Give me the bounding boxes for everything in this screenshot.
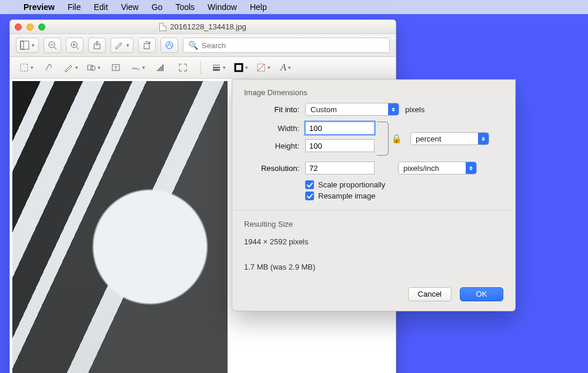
width-input[interactable]	[305, 122, 375, 135]
macos-menubar: Preview File Edit View Go Tools Window H…	[0, 0, 588, 14]
svg-text:T: T	[114, 65, 118, 71]
search-input[interactable]	[202, 41, 385, 50]
resolution-unit-value: pixels/inch	[403, 164, 439, 173]
resulting-size-label: Resulting Size	[244, 219, 503, 230]
svg-marker-18	[65, 65, 72, 72]
svg-rect-24	[159, 68, 160, 71]
resolution-unit-select[interactable]: pixels/inch	[398, 162, 477, 174]
chevron-down-icon: ▾	[223, 65, 226, 70]
menu-go[interactable]: Go	[152, 2, 163, 12]
svg-rect-1	[21, 41, 24, 49]
zoom-in-button[interactable]	[66, 38, 83, 53]
select-stepper-icon	[466, 162, 476, 174]
chevron-down-icon: ▾	[142, 65, 145, 70]
width-label: Width:	[244, 124, 299, 133]
adjust-size-button[interactable]	[172, 59, 193, 76]
menu-tools[interactable]: Tools	[175, 2, 195, 12]
shapes-button[interactable]: ▾	[83, 59, 104, 76]
lock-icon[interactable]: 🔒	[391, 133, 402, 144]
image-dimensions-label: Image Dimensions	[244, 88, 503, 97]
line-style-button[interactable]: ▾	[208, 59, 229, 76]
chevron-down-icon: ▾	[268, 65, 270, 70]
chevron-down-icon: ▾	[126, 42, 129, 48]
main-toolbar: ▾ ▾ 🔍	[10, 34, 396, 57]
sketch-button[interactable]: ▾	[61, 59, 82, 76]
wh-unit-value: percent	[416, 135, 441, 143]
menu-file[interactable]: File	[68, 2, 81, 12]
text-button[interactable]: T	[105, 59, 126, 76]
markup-toggle-button[interactable]	[161, 38, 178, 53]
svg-point-16	[51, 65, 52, 66]
link-bracket	[377, 122, 389, 156]
svg-rect-30	[235, 64, 242, 71]
svg-rect-14	[21, 64, 28, 71]
selection-tool-button[interactable]: ▾	[16, 59, 37, 76]
search-icon: 🔍	[188, 41, 198, 50]
resample-image-checkbox[interactable]	[305, 191, 314, 200]
rotate-button[interactable]	[138, 38, 156, 53]
chevron-down-icon: ▾	[245, 65, 248, 70]
chevron-down-icon: ▾	[31, 65, 34, 70]
cancel-button[interactable]: Cancel	[408, 287, 452, 301]
document-icon	[159, 23, 166, 31]
height-input[interactable]	[305, 139, 375, 152]
menu-help[interactable]: Help	[250, 2, 267, 12]
zoom-out-button[interactable]	[44, 38, 61, 53]
select-stepper-icon	[388, 103, 399, 115]
ok-button[interactable]: OK	[460, 287, 503, 301]
fit-into-label: Fit into:	[244, 105, 299, 114]
svg-rect-12	[144, 43, 149, 49]
resample-image-label: Resample image	[318, 191, 376, 200]
select-stepper-icon	[478, 133, 489, 145]
view-mode-button[interactable]: ▾	[16, 38, 39, 53]
border-color-button[interactable]: ▾	[230, 59, 252, 76]
text-style-button[interactable]: A ▾	[275, 59, 296, 76]
resulting-bytes: 1.7 MB (was 2.9 MB)	[244, 261, 503, 273]
adjust-size-dialog: Image Dimensions Fit into: Custom pixels…	[232, 79, 516, 311]
svg-marker-11	[116, 43, 122, 49]
toolbar-separator	[201, 61, 201, 74]
scale-proportionally-checkbox[interactable]	[305, 180, 314, 189]
toolbar-search[interactable]: 🔍	[183, 38, 390, 53]
chevron-down-icon: ▾	[288, 65, 291, 70]
share-button[interactable]	[88, 38, 106, 53]
svg-rect-0	[21, 41, 29, 49]
app-menu[interactable]: Preview	[24, 2, 55, 12]
menu-window[interactable]: Window	[208, 2, 237, 12]
svg-rect-25	[161, 66, 162, 71]
chevron-down-icon: ▾	[75, 65, 78, 70]
chevron-down-icon: ▾	[32, 42, 35, 48]
menu-edit[interactable]: Edit	[94, 2, 108, 12]
fill-color-button[interactable]: ▾	[253, 59, 274, 76]
svg-point-15	[49, 64, 50, 65]
menu-view[interactable]: View	[121, 2, 139, 12]
sign-button[interactable]: ▾	[128, 59, 149, 76]
resolution-label: Resolution:	[244, 164, 299, 173]
resulting-dimensions: 1944 × 2592 pixels	[244, 236, 503, 248]
fit-into-select[interactable]: Custom	[305, 103, 399, 116]
window-title: 20161228_134418.jpg	[170, 22, 246, 31]
svg-line-3	[54, 47, 56, 49]
chevron-down-icon: ▾	[98, 65, 101, 70]
svg-rect-23	[157, 70, 158, 71]
adjust-color-button[interactable]	[150, 59, 171, 76]
markup-toolbar: ▾ ▾ ▾ T ▾ ▾ ▾	[10, 57, 396, 79]
svg-point-20	[91, 66, 95, 70]
svg-rect-26	[162, 65, 163, 71]
instant-alpha-button[interactable]	[38, 59, 59, 76]
height-label: Height:	[244, 142, 299, 150]
svg-line-6	[76, 47, 79, 49]
photo-content	[12, 81, 228, 373]
svg-point-17	[51, 66, 52, 68]
resolution-input[interactable]	[305, 162, 375, 174]
window-titlebar: 20161228_134418.jpg	[10, 20, 396, 34]
fit-into-value: Custom	[310, 105, 337, 114]
wh-unit-select[interactable]: percent	[410, 132, 489, 145]
highlight-button[interactable]: ▾	[111, 38, 133, 53]
scale-proportionally-label: Scale proportionally	[318, 180, 385, 189]
fit-into-unit: pixels	[405, 105, 425, 114]
